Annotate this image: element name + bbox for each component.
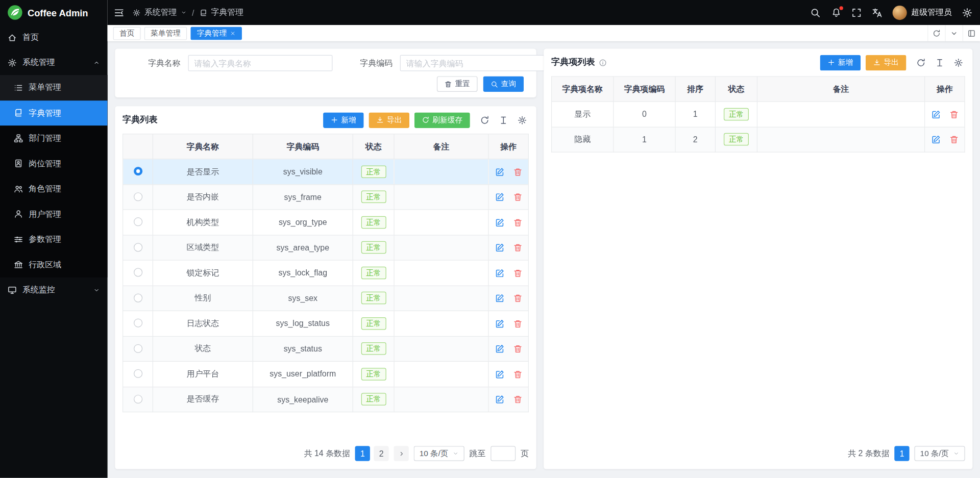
sidebar-item-dict-management[interactable]: 字典管理 (0, 100, 108, 126)
reset-button[interactable]: 重置 (437, 76, 478, 92)
delete-icon[interactable] (949, 135, 958, 144)
dict-table-row[interactable]: 用户平台sys_user_platform正常 (123, 361, 529, 387)
dict-table-row[interactable]: 是否缓存sys_keepalive正常 (123, 387, 529, 412)
sidebar-item-home[interactable]: 首页 (0, 25, 108, 50)
edit-icon[interactable] (495, 294, 504, 303)
delete-icon[interactable] (513, 192, 522, 202)
edit-icon[interactable] (495, 370, 504, 379)
delete-icon[interactable] (513, 344, 522, 354)
delete-icon[interactable] (513, 370, 522, 379)
query-button[interactable]: 查询 (483, 76, 524, 92)
notification-bell-button[interactable] (830, 7, 841, 18)
edit-icon[interactable] (495, 395, 504, 404)
delete-icon[interactable] (513, 395, 522, 404)
refresh-table-icon[interactable] (478, 112, 492, 127)
edit-icon[interactable] (495, 319, 504, 328)
dict-table-row[interactable]: 区域类型sys_area_type正常 (123, 235, 529, 260)
chevron-right-icon (398, 450, 405, 457)
sidebar-item-role-management[interactable]: 角色管理 (0, 176, 108, 202)
close-icon[interactable] (230, 30, 236, 36)
jump-page-input[interactable] (491, 446, 516, 461)
translate-icon[interactable] (872, 7, 883, 18)
font-size-icon[interactable] (933, 55, 946, 70)
delete-icon[interactable] (513, 294, 522, 303)
delete-icon[interactable] (513, 167, 522, 177)
dict-table-row[interactable]: 状态sys_status正常 (123, 336, 529, 362)
page-size-select[interactable]: 10 条/页 (414, 446, 464, 461)
layout-icon[interactable] (963, 25, 980, 41)
row-select-radio[interactable] (133, 344, 142, 353)
edit-icon[interactable] (495, 167, 504, 177)
delete-icon[interactable] (949, 110, 958, 119)
sidebar-item-param-management[interactable]: 参数管理 (0, 227, 108, 252)
query-button-label: 查询 (501, 79, 516, 89)
tab-menu-management[interactable]: 菜单管理 (144, 27, 187, 40)
delete-icon[interactable] (513, 243, 522, 253)
delete-icon[interactable] (513, 268, 522, 278)
refresh-cache-button[interactable]: 刷新缓存 (414, 112, 470, 128)
table-settings-icon[interactable] (951, 55, 965, 70)
post-icon (14, 159, 23, 168)
dict-item-row[interactable]: 显示01正常 (552, 102, 965, 127)
dict-name-input[interactable] (188, 55, 333, 71)
delete-icon[interactable] (513, 319, 522, 328)
row-select-radio[interactable] (133, 319, 142, 328)
dict-item-row[interactable]: 隐藏12正常 (552, 127, 965, 153)
next-page-button[interactable] (394, 446, 409, 461)
sidebar-group-system-monitor[interactable]: 系统监控 (0, 278, 108, 303)
sidebar-item-user-management[interactable]: 用户管理 (0, 202, 108, 227)
fullscreen-icon[interactable] (851, 7, 862, 18)
search-icon[interactable] (810, 7, 821, 18)
export-dict-item-button[interactable]: 导出 (866, 55, 906, 70)
tab-dict-management[interactable]: 字典管理 (190, 27, 241, 40)
table-settings-icon[interactable] (515, 112, 529, 127)
breadcrumb-dict-management[interactable]: 字典管理 (211, 7, 243, 18)
add-dict-button[interactable]: 新增 (323, 112, 364, 128)
edit-icon[interactable] (495, 218, 504, 227)
sidebar-item-dept-management[interactable]: 部门管理 (0, 125, 108, 151)
page-button-1[interactable]: 1 (894, 446, 909, 461)
sidebar-group-system-management[interactable]: 系统管理 (0, 50, 108, 75)
user-menu[interactable]: 超级管理员 (893, 5, 952, 19)
sidebar-item-post-management[interactable]: 岗位管理 (0, 151, 108, 177)
app-logo[interactable]: Coffee Admin (0, 0, 108, 25)
dict-code-input[interactable] (400, 55, 545, 71)
settings-gear-icon[interactable] (962, 7, 972, 18)
page-button-1[interactable]: 1 (355, 446, 370, 461)
page-button-2[interactable]: 2 (374, 446, 388, 461)
font-size-icon[interactable] (496, 112, 510, 127)
tab-home[interactable]: 首页 (113, 27, 141, 40)
refresh-table-icon[interactable] (914, 55, 927, 70)
edit-icon[interactable] (931, 135, 940, 144)
menu-collapse-button[interactable] (114, 7, 125, 18)
row-select-radio[interactable] (133, 268, 142, 277)
dict-table-row[interactable]: 性别sys_sex正常 (123, 286, 529, 311)
breadcrumb-system-management[interactable]: 系统管理 (144, 7, 177, 18)
row-select-radio[interactable] (133, 167, 142, 175)
dict-table-row[interactable]: 锁定标记sys_lock_flag正常 (123, 260, 529, 286)
dict-table-row[interactable]: 机构类型sys_org_type正常 (123, 210, 529, 235)
edit-icon[interactable] (495, 243, 504, 253)
delete-icon[interactable] (513, 218, 522, 227)
edit-icon[interactable] (495, 192, 504, 202)
edit-icon[interactable] (495, 268, 504, 278)
edit-icon[interactable] (931, 110, 940, 119)
row-select-radio[interactable] (133, 395, 142, 404)
row-select-radio[interactable] (133, 243, 142, 251)
refresh-page-icon[interactable] (927, 25, 945, 41)
dict-table-row[interactable]: 是否显示sys_visible正常 (123, 159, 529, 185)
dict-table-row[interactable]: 日志状态sys_log_status正常 (123, 311, 529, 336)
row-select-radio[interactable] (133, 192, 142, 201)
add-dict-item-button[interactable]: 新增 (820, 55, 861, 70)
export-dict-button[interactable]: 导出 (369, 112, 409, 128)
row-select-radio[interactable] (133, 369, 142, 378)
column-header: 状态 (715, 77, 757, 102)
edit-icon[interactable] (495, 344, 504, 354)
row-select-radio[interactable] (133, 293, 142, 302)
dict-table-row[interactable]: 是否内嵌sys_frame正常 (123, 184, 529, 210)
row-select-radio[interactable] (133, 217, 142, 226)
tab-options-chevron-icon[interactable] (945, 25, 962, 41)
sidebar-item-menu-management[interactable]: 菜单管理 (0, 75, 108, 100)
sidebar-item-admin-region[interactable]: 行政区域 (0, 252, 108, 278)
page-size-select[interactable]: 10 条/页 (915, 446, 965, 461)
